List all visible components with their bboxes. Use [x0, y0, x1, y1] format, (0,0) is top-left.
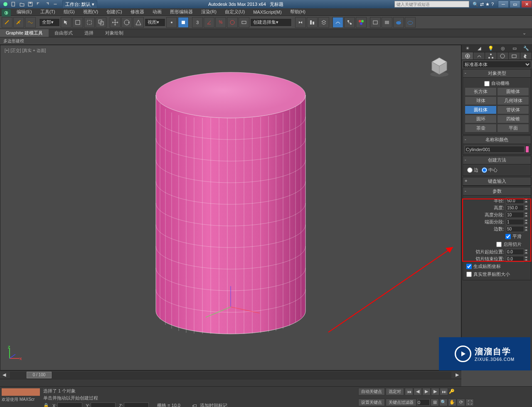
help-search-input[interactable] [394, 1, 469, 7]
prim-pyramid[interactable]: 四棱锥 [497, 115, 529, 123]
selection-filter-dropdown[interactable]: 全部 ▾ [39, 18, 60, 27]
maximize-button[interactable]: ▭ [510, 0, 520, 8]
prim-cylinder[interactable]: 圆柱体 [465, 105, 497, 114]
app-logo-icon[interactable]: ③ [2, 9, 11, 17]
workspace-dropdown[interactable]: 工作台: 默认 ▾ [62, 0, 97, 8]
viewport[interactable]: [+] [正交] [真实 + 边面] [0, 45, 461, 370]
unlink-tool-icon[interactable] [13, 17, 24, 28]
time-slider[interactable]: ◀ 0 / 100 ▶ [0, 370, 461, 379]
help-icon[interactable]: ? [491, 2, 494, 7]
radius-input[interactable] [506, 198, 524, 204]
sides-input[interactable] [506, 226, 524, 232]
track-bar[interactable] [0, 379, 461, 386]
lock-selection-icon[interactable]: 🔒 [43, 403, 49, 407]
minimize-button[interactable]: ─ [498, 0, 509, 8]
prim-box[interactable]: 长方体 [465, 87, 497, 96]
creation-center-radio[interactable]: 中心 [482, 167, 498, 173]
snap-toggle-icon[interactable]: 3 [192, 17, 203, 28]
maximize-viewport-icon[interactable]: ⛶ [466, 399, 474, 406]
named-selection-dropdown[interactable]: 创建选择集 ▾ [250, 18, 292, 27]
render-iterative-icon[interactable] [405, 17, 416, 28]
menu-animation[interactable]: 动画 [148, 8, 166, 16]
autokey-button[interactable]: 自动关键点 [358, 388, 385, 395]
slice-on-checkbox[interactable] [496, 242, 502, 247]
menu-create[interactable]: 创建(C) [102, 8, 126, 16]
sides-spin-down[interactable]: ▼ [524, 229, 528, 232]
radius-spin-down[interactable]: ▼ [524, 201, 528, 204]
layers-icon[interactable] [318, 17, 329, 28]
menu-grapheditors[interactable]: 图形编辑器 [166, 8, 197, 16]
prim-geosphere[interactable]: 几何球体 [497, 96, 529, 105]
object-name-input[interactable] [465, 146, 525, 153]
menu-group[interactable]: 组(G) [59, 8, 79, 16]
window-crossing-icon[interactable] [96, 17, 106, 28]
camera-icon[interactable]: ◎ [499, 45, 507, 52]
creation-edge-radio[interactable]: 边 [467, 167, 478, 173]
category-dropdown[interactable]: 标准基本体 [463, 61, 531, 68]
spinner-snap-icon[interactable] [227, 17, 238, 28]
z-coord-input[interactable] [124, 402, 149, 407]
rendered-frame-icon[interactable] [382, 17, 392, 28]
prim-plane[interactable]: 平面 [497, 124, 529, 132]
ribbon-tab-graphite[interactable]: Graphite 建模工具 [0, 29, 49, 37]
menu-rendering[interactable]: 渲染(R) [197, 8, 221, 16]
sides-spin-up[interactable]: ▲ [524, 226, 528, 229]
y-coord-input[interactable] [91, 402, 116, 407]
align-icon[interactable] [307, 17, 318, 28]
redo-icon[interactable] [43, 1, 51, 7]
pivot-center-icon[interactable] [166, 17, 177, 28]
prev-frame-icon[interactable]: ◀ [414, 388, 422, 395]
add-time-tag[interactable]: 添加时间标记 [200, 402, 227, 407]
cseg-input[interactable] [506, 219, 524, 225]
hseg-input[interactable] [506, 212, 524, 218]
angle-snap-icon[interactable] [204, 17, 214, 28]
cylinder-object[interactable] [141, 56, 320, 346]
schematic-view-icon[interactable] [344, 17, 355, 28]
search-icon[interactable]: 🔍 [473, 2, 478, 7]
x-coord-input[interactable] [57, 402, 82, 407]
cseg-spin-down[interactable]: ▼ [524, 222, 528, 225]
display-tab[interactable] [509, 52, 520, 59]
slice-to-input[interactable] [506, 256, 524, 262]
motion-tab[interactable] [497, 52, 509, 59]
utilities-icon[interactable]: 🔧 [522, 45, 530, 52]
height-spin-up[interactable]: ▲ [524, 205, 528, 208]
select-region-icon[interactable] [84, 17, 95, 28]
render-production-icon[interactable] [393, 17, 404, 28]
viewport-label[interactable]: [+] [正交] [真实 + 边面] [5, 48, 46, 54]
move-tool-icon[interactable] [110, 17, 121, 28]
orbit-icon[interactable]: ⟳ [457, 399, 465, 406]
zoom-icon[interactable]: 🔍 [439, 399, 448, 406]
ribbon-tab-freeform[interactable]: 自由形式 [49, 29, 79, 37]
curve-editor-icon[interactable] [332, 17, 343, 28]
scale-tool-icon[interactable] [133, 17, 144, 28]
utilities-tab[interactable] [520, 52, 532, 59]
rotate-tool-icon[interactable] [121, 17, 132, 28]
rollout-header-params[interactable]: -参数 [463, 187, 531, 196]
rollout-header-creation[interactable]: -创建方法 [463, 156, 531, 164]
menu-tools[interactable]: 工具(T) [36, 8, 59, 16]
ribbon-panel[interactable]: 多边形建模 [0, 37, 532, 45]
rollout-header-keyboard[interactable]: +键盘输入 [463, 177, 531, 186]
mirror-icon[interactable] [295, 17, 306, 28]
link-icon[interactable] [52, 1, 59, 7]
material-editor-icon[interactable] [356, 17, 367, 28]
ribbon-expand-icon[interactable]: ⌄ [517, 29, 532, 37]
prim-cone[interactable]: 圆锥体 [497, 87, 529, 96]
zoom-extents-icon[interactable]: ⊞ [431, 399, 439, 406]
select-object-icon[interactable] [61, 17, 71, 28]
create-tab[interactable] [462, 52, 473, 59]
radius-spin-up[interactable]: ▲ [524, 198, 528, 201]
render-setup-icon[interactable] [370, 17, 381, 28]
menu-edit[interactable]: 编辑(E) [12, 8, 36, 16]
render-preset-icon[interactable]: ☀ [464, 45, 471, 52]
goto-end-icon[interactable]: ⏭ [440, 388, 448, 395]
rollout-header-namecolor[interactable]: -名称和颜色 [463, 136, 531, 144]
app-menu-icon[interactable] [2, 1, 9, 7]
hseg-spin-up[interactable]: ▲ [524, 212, 528, 215]
ribbon-tab-objpaint[interactable]: 对象绘制 [99, 29, 129, 37]
select-manipulate-icon[interactable] [178, 17, 189, 28]
keyfilter-button[interactable]: 关键点过滤器 [386, 399, 416, 406]
modify-tab[interactable] [473, 52, 485, 59]
ribbon-tab-selection[interactable]: 选择 [79, 29, 99, 37]
